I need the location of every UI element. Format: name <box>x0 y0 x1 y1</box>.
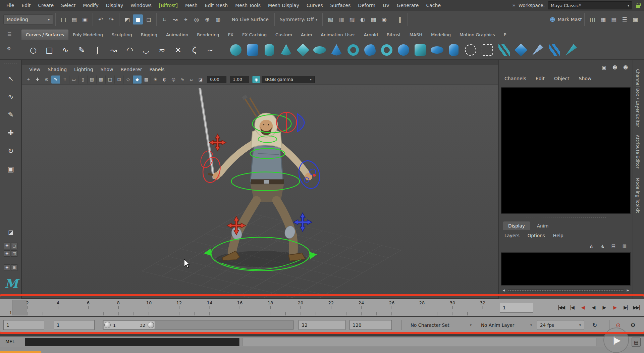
menu-item[interactable]: Edit <box>18 0 34 11</box>
snap-to-point-icon[interactable]: ⌖ <box>181 14 191 24</box>
make-live-icon[interactable]: ◍ <box>213 14 223 24</box>
remesh-icon[interactable] <box>564 43 579 57</box>
safe-action-icon[interactable]: ◫ <box>106 75 115 84</box>
shelf-gear-icon[interactable]: ⚙ <box>7 46 11 52</box>
render-region-icon[interactable]: ▦ <box>368 14 378 24</box>
go-to-range-end-button[interactable]: ▶▶| <box>631 302 641 313</box>
tab-channel-box-layer-editor[interactable]: Channel Box / Layer Editor <box>635 69 640 127</box>
playback-start-field[interactable] <box>54 320 95 330</box>
film-gate-icon[interactable]: ▭ <box>69 75 78 84</box>
arc-three-point-icon[interactable]: ◠ <box>123 43 137 57</box>
step-back-key-button[interactable]: ◀ <box>578 302 588 313</box>
script-editor-icon[interactable]: ▤ <box>632 338 641 347</box>
menu-item[interactable]: Deform <box>354 0 379 11</box>
scroll-right-icon[interactable]: ▶ <box>625 289 631 292</box>
render-settings-icon[interactable]: ◐ <box>358 14 368 24</box>
panel-menu-item[interactable]: Show <box>97 67 117 72</box>
play-backwards-button[interactable]: ◀ <box>588 302 598 313</box>
layer-menu-item[interactable]: Layers <box>504 233 520 238</box>
command-output[interactable] <box>242 338 596 346</box>
shelf-tab[interactable]: Curves / Surfaces <box>21 30 68 40</box>
redo-icon[interactable]: ↷ <box>106 14 116 24</box>
toggle-channel-box-icon[interactable]: ☰ <box>620 14 630 24</box>
viewport-canvas[interactable] <box>22 85 498 298</box>
poly-sphere-icon[interactable] <box>228 43 243 57</box>
layer-editor-tab[interactable]: Display <box>503 221 530 230</box>
snap-to-projected-center-icon[interactable]: ◎ <box>192 14 202 24</box>
paint-select-tool[interactable]: ✎ <box>4 108 17 121</box>
bezier-curve-tool-icon[interactable]: ↝ <box>107 43 121 57</box>
poly-plane-icon[interactable] <box>296 43 310 57</box>
snap-to-grid-icon[interactable]: ⌗ <box>159 14 169 24</box>
new-scene-icon[interactable]: ▢ <box>58 14 68 24</box>
shaded-mode-icon[interactable]: ◆ <box>133 75 142 84</box>
snap-magnet-icon[interactable]: ⊙ <box>42 75 51 84</box>
menu-item[interactable]: Surfaces <box>327 0 355 11</box>
menu-item[interactable]: Mesh <box>181 0 201 11</box>
show-expressions-icon[interactable]: ☻ <box>622 64 629 71</box>
poly-text-icon[interactable] <box>480 43 495 57</box>
user-account[interactable]: ☻ Mark Mast <box>550 16 582 23</box>
workspace-lock-icon[interactable] <box>635 3 641 8</box>
layer-menu-item[interactable]: Options <box>528 233 545 238</box>
fps-selector[interactable]: 24 fps ▾ <box>537 320 584 330</box>
shelf-tab[interactable]: Anim <box>297 30 316 40</box>
shelf-tab[interactable]: Rigging <box>137 30 162 40</box>
anim-layer-selector[interactable]: No Anim Layer ▾ <box>481 320 532 330</box>
menu-item[interactable]: Edit Mesh <box>201 0 231 11</box>
occlusion-toggle-icon[interactable]: ◎ <box>169 75 178 84</box>
timeline-track[interactable]: 1 2468101214161820222426283032 <box>0 299 644 316</box>
undo-icon[interactable]: ↶ <box>96 14 106 24</box>
shelf-tab[interactable]: Animation_User <box>316 30 359 40</box>
menu-item[interactable]: [Bifrost] <box>155 0 181 11</box>
snap-to-curve-icon[interactable]: ↝ <box>170 14 180 24</box>
shelf-tab[interactable]: Motion Graphics <box>455 30 499 40</box>
poly-gear-icon[interactable] <box>379 43 394 57</box>
launch-render-icon[interactable]: ◉ <box>379 14 389 24</box>
nurbs-circle-icon[interactable]: ○ <box>26 43 40 57</box>
four-pane-layout-button[interactable]: ✚ ⊞ <box>4 264 17 271</box>
select-component-icon[interactable]: ◻ <box>144 14 154 24</box>
panel-menu-item[interactable]: Panels <box>146 67 168 72</box>
gamma-field[interactable]: 1.00 <box>230 76 249 83</box>
toggle-attribute-editor-icon[interactable]: ▤ <box>609 14 619 24</box>
quad-draw-icon[interactable] <box>530 43 545 57</box>
shelf-tab[interactable]: Sculpting <box>107 30 137 40</box>
channel-menu-item[interactable]: Object <box>554 76 570 81</box>
poly-helix-icon[interactable] <box>363 43 377 57</box>
cv-curve-tool-icon[interactable]: ∿ <box>58 43 72 57</box>
menu-item[interactable]: Windows <box>127 0 155 11</box>
two-pane-layout-button[interactable]: ✚ ◫ <box>4 250 17 257</box>
chevrons-icon[interactable]: » <box>512 2 515 8</box>
menu-item[interactable]: UV <box>379 0 393 11</box>
animation-preferences-icon[interactable]: ⚙ <box>628 320 638 330</box>
command-language-button[interactable]: MEL <box>5 339 15 344</box>
menu-item[interactable]: File <box>3 0 18 11</box>
panel-menu-item[interactable]: Shading <box>44 67 70 72</box>
color-management-toggle[interactable]: ◉ <box>252 76 260 83</box>
menu-item[interactable]: Mesh Display <box>264 0 303 11</box>
menu-item[interactable]: Cache <box>422 0 444 11</box>
toggle-tool-settings-icon[interactable]: ▦ <box>598 14 608 24</box>
range-start-handle[interactable] <box>104 322 111 328</box>
pivot-icon[interactable]: ✚ <box>33 75 42 84</box>
poly-cube-icon[interactable] <box>245 43 260 57</box>
xray-toggle-icon[interactable]: ▱ <box>187 75 196 84</box>
render-current-frame-icon[interactable]: ▥ <box>336 14 346 24</box>
menu-item[interactable]: Display <box>102 0 127 11</box>
shelf-tab[interactable]: Rendering <box>193 30 223 40</box>
menu-item[interactable]: Mesh Tools <box>231 0 264 11</box>
platonic-solid-icon[interactable] <box>413 43 428 57</box>
panel-menu-item[interactable]: Renderer <box>117 67 146 72</box>
detach-curves-icon[interactable]: ~ <box>203 43 217 57</box>
shelf-tab[interactable]: Animation <box>162 30 193 40</box>
open-scene-icon[interactable]: ▤ <box>69 14 79 24</box>
workspace-selector[interactable]: Maya Classic* ▾ <box>548 1 632 9</box>
menu-item[interactable]: Modify <box>79 0 102 11</box>
create-empty-layer-icon[interactable]: ▤ <box>609 242 618 249</box>
poly-disc-icon[interactable] <box>514 43 528 57</box>
shelf-tab[interactable]: Arnold <box>360 30 382 40</box>
attach-curves-icon[interactable]: ζ <box>187 43 201 57</box>
field-chart-icon[interactable]: ▦ <box>97 75 106 84</box>
range-end-handle[interactable] <box>148 322 154 328</box>
